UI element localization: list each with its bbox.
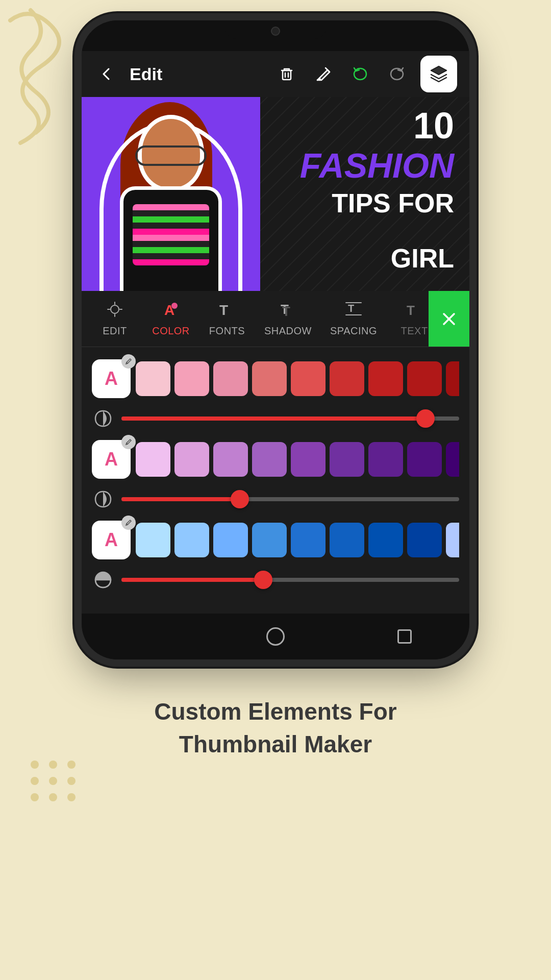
slider-thumb-1[interactable] (416, 409, 435, 428)
bg-dot (67, 761, 76, 769)
shadow-tab-label: SHADOW (264, 325, 312, 337)
swatch[interactable] (330, 523, 364, 557)
swatch[interactable] (174, 523, 209, 557)
nav-recents-button[interactable] (389, 621, 420, 652)
swatch[interactable] (213, 361, 248, 396)
slider-thumb-3[interactable] (254, 571, 272, 589)
fonts-icon: T (218, 301, 236, 322)
swatch[interactable] (368, 361, 403, 396)
bg-dot (31, 777, 39, 785)
phone-nav-bar (82, 614, 469, 659)
back-button[interactable] (94, 61, 119, 87)
close-button[interactable] (429, 291, 469, 347)
color-swatches-2 (136, 442, 459, 477)
swatch[interactable] (136, 361, 170, 396)
slider-fill-3 (121, 578, 263, 582)
pen-button[interactable] (310, 61, 337, 87)
color-section: A (82, 347, 469, 614)
spacing-icon: T (345, 301, 362, 322)
bg-dot (31, 793, 39, 801)
swatch[interactable] (368, 523, 403, 557)
swatch[interactable] (407, 523, 442, 557)
svg-text:T: T (407, 303, 415, 318)
swatch[interactable] (291, 361, 325, 396)
swatch[interactable] (252, 523, 287, 557)
swatch[interactable] (291, 442, 325, 477)
toolbar-tabs: EDIT A COLOR T FONTS (82, 291, 469, 347)
fonts-tab-label: FONTS (209, 325, 245, 337)
edit-icon (106, 301, 123, 322)
svg-marker-26 (141, 629, 152, 644)
nav-home-button[interactable] (260, 621, 291, 652)
app-header: Edit (82, 51, 469, 97)
swatch[interactable] (252, 361, 287, 396)
svg-text:T: T (348, 303, 354, 314)
tab-edit[interactable]: EDIT (87, 293, 143, 344)
swatch[interactable] (174, 361, 209, 396)
bg-dot (67, 793, 76, 801)
font-letter-icon-1: A (105, 368, 118, 389)
layers-button[interactable] (420, 56, 457, 92)
color-row-2: A (92, 440, 459, 479)
thumbnail-fashion: FASHION (300, 148, 454, 183)
swatch[interactable] (252, 442, 287, 477)
svg-point-6 (111, 305, 119, 313)
slider-row-1 (92, 403, 459, 440)
swatch[interactable] (330, 442, 364, 477)
swatch[interactable] (446, 442, 459, 477)
text-tab-label: TEXT (400, 325, 428, 337)
font-letter-icon-3: A (105, 529, 118, 551)
color-icon: A (162, 301, 180, 322)
swatch[interactable] (446, 361, 459, 396)
editor-panel: EDIT A COLOR T FONTS (82, 291, 469, 614)
redo-button[interactable] (384, 61, 410, 87)
bg-dot (31, 761, 39, 769)
thumbnail-number: 10 (413, 107, 454, 144)
thumbnail-left-section (82, 97, 260, 291)
font-letter-icon-2: A (105, 449, 118, 470)
swatch[interactable] (446, 523, 459, 557)
bg-dots-decoration (31, 761, 78, 801)
swatch[interactable] (136, 442, 170, 477)
thumbnail-image: 10 FASHION TIPS FOR GIRL (82, 97, 469, 291)
tab-shadow[interactable]: T T SHADOW (255, 293, 321, 344)
color-label-1[interactable]: A (92, 359, 131, 398)
phone-camera (271, 27, 280, 36)
thumbnail-right-section: 10 FASHION TIPS FOR GIRL (260, 97, 469, 291)
slider-track-2[interactable] (121, 497, 459, 501)
tab-color[interactable]: A COLOR (143, 293, 199, 344)
slider-thumb-2[interactable] (231, 490, 249, 508)
tab-fonts[interactable]: T FONTS (199, 293, 255, 344)
bg-dot (67, 777, 76, 785)
canvas-preview: 10 FASHION TIPS FOR GIRL (82, 97, 469, 291)
delete-button[interactable] (273, 61, 300, 87)
promo-text-content: Custom Elements ForThumbnail Maker (154, 695, 396, 761)
color-row-1: A (92, 359, 459, 398)
svg-line-23 (127, 443, 128, 444)
thumbnail-tips: TIPS FOR (332, 189, 454, 218)
slider-track-3[interactable] (121, 578, 459, 582)
slider-track-1[interactable] (121, 416, 459, 421)
swatch[interactable] (213, 523, 248, 557)
svg-line-24 (127, 524, 128, 525)
undo-button[interactable] (347, 61, 373, 87)
swatch[interactable] (330, 361, 364, 396)
swatch[interactable] (291, 523, 325, 557)
svg-text:T: T (219, 302, 228, 318)
opacity-icon-2 (92, 488, 114, 510)
bg-dot (49, 777, 57, 785)
edit-tab-label: EDIT (103, 325, 127, 337)
swatch[interactable] (174, 442, 209, 477)
color-label-2[interactable]: A (92, 440, 131, 479)
color-row-3: A (92, 521, 459, 559)
swatch[interactable] (407, 442, 442, 477)
swatch[interactable] (136, 523, 170, 557)
swatch[interactable] (407, 361, 442, 396)
color-label-3[interactable]: A (92, 521, 131, 559)
tab-spacing[interactable]: T SPACING (321, 293, 386, 344)
svg-marker-5 (431, 66, 446, 75)
swatch[interactable] (368, 442, 403, 477)
nav-back-button[interactable] (131, 621, 162, 652)
swatch[interactable] (213, 442, 248, 477)
opacity-icon-1 (92, 407, 114, 430)
